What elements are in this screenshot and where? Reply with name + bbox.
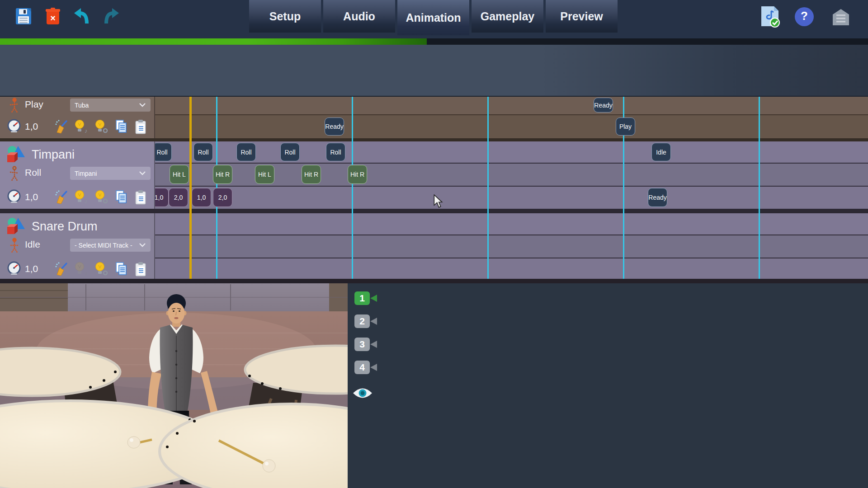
timeline-block-roll[interactable]: Roll — [280, 143, 300, 161]
timpani-player-scene — [0, 283, 348, 488]
bulb-note-icon-disabled: ♪ — [74, 262, 88, 276]
timpani-speed-value: 1,0 — [25, 192, 38, 202]
bulb-circle-icon[interactable] — [94, 119, 108, 134]
timpani-anim-row: Roll Timpani — [0, 164, 155, 184]
tuba-midi-dropdown[interactable]: Tuba — [70, 99, 151, 112]
track-list-panel: Play Tuba 1,0 — [0, 97, 155, 279]
3d-shapes-icon — [5, 217, 26, 236]
timeline-block-hit-l[interactable]: Hit L — [170, 165, 189, 184]
timeline-grid: ReadyReadyPlayRollRollRollRollRollIdleHi… — [155, 97, 868, 279]
copy-icon[interactable] — [114, 119, 129, 134]
timeline-block-roll[interactable]: Roll — [236, 143, 256, 161]
svg-text:♪: ♪ — [85, 127, 88, 134]
stickfigure-icon — [8, 237, 21, 254]
snare-title: Snare Drum — [32, 220, 98, 234]
paste-icon[interactable] — [134, 190, 148, 205]
beat-grid-line — [759, 97, 760, 279]
timeline-block-roll[interactable]: Roll — [155, 143, 172, 161]
track-section-tuba: Play Tuba 1,0 — [0, 97, 155, 138]
camera-button[interactable]: 2 — [354, 314, 370, 328]
music-file-check-icon[interactable] — [760, 5, 780, 28]
snare-midi-dropdown[interactable]: - Select MIDI Track - — [70, 239, 151, 252]
tab[interactable]: Audio — [323, 0, 395, 33]
stickfigure-icon — [8, 165, 21, 183]
gauge-icon — [6, 261, 22, 276]
delete-icon[interactable]: × — [45, 7, 61, 25]
redo-icon[interactable] — [104, 7, 120, 25]
character-3d-viewport[interactable] — [0, 283, 348, 488]
mouse-cursor — [433, 194, 443, 208]
tab[interactable]: Preview — [546, 0, 618, 33]
copy-icon[interactable] — [114, 262, 129, 276]
timpani-midi-dropdown[interactable]: Timpani — [70, 167, 151, 180]
timeline-block-ready[interactable]: Ready — [594, 98, 613, 113]
timeline-block-hit-r[interactable]: Hit R — [348, 165, 367, 184]
camera-button[interactable]: 4 — [354, 361, 370, 374]
timeline-block-hit-r[interactable]: Hit R — [302, 165, 321, 184]
snare-anim-row: Idle - Select MIDI Track - — [0, 235, 155, 256]
camera-buttons: 1234 — [354, 291, 370, 374]
timeline-block-play[interactable]: Play — [616, 117, 635, 136]
paste-icon[interactable] — [134, 119, 148, 135]
svg-text:?: ? — [801, 9, 808, 23]
broom-icon[interactable] — [54, 190, 69, 204]
timeline-block-ready[interactable]: Ready — [325, 117, 344, 136]
gauge-icon — [6, 118, 22, 134]
svg-text:♪: ♪ — [85, 198, 88, 204]
timeline-block-2-0[interactable]: 2,0 — [169, 188, 188, 207]
svg-text:♪: ♪ — [85, 270, 88, 276]
chevron-down-icon — [139, 171, 146, 176]
beat-grid-line — [352, 97, 353, 279]
gauge-icon — [6, 189, 22, 204]
tuba-anim-row: Play Tuba — [0, 97, 155, 114]
eye-icon[interactable] — [352, 386, 373, 400]
snare-speed-row: 1,0 ♪ — [0, 260, 155, 278]
tab[interactable]: Gameplay — [472, 0, 543, 33]
timeline-block-ready[interactable]: Ready — [648, 188, 667, 207]
timpani-header: Timpani — [5, 145, 75, 164]
bulb-circle-icon[interactable] — [94, 190, 108, 204]
timeline-block-hit-l[interactable]: Hit L — [255, 165, 274, 184]
undo-icon[interactable] — [73, 7, 90, 25]
save-icon[interactable] — [15, 7, 32, 25]
load-progress-bar — [0, 38, 868, 45]
timpani-title: Timpani — [32, 148, 75, 162]
timeline-block-2-0[interactable]: 2,0 — [213, 188, 232, 207]
tab[interactable]: Animation — [397, 0, 469, 35]
timeline-block-hit-r[interactable]: Hit R — [213, 165, 232, 184]
bulb-note-icon[interactable]: ♪ — [74, 190, 88, 204]
broom-icon[interactable] — [54, 119, 69, 134]
svg-text:×: × — [50, 13, 56, 23]
tuba-speed-value: 1,0 — [25, 121, 38, 132]
tuba-anim-state: Play — [25, 99, 43, 110]
copy-icon[interactable] — [114, 190, 129, 204]
sequencer-app: × SetupAudioAnimationGameplayPreview ? — [0, 0, 868, 488]
camera-button[interactable]: 3 — [354, 338, 370, 351]
timeline-block-roll[interactable]: Roll — [193, 143, 213, 161]
playhead[interactable] — [189, 97, 192, 279]
bulb-note-icon[interactable]: ♪ — [74, 119, 88, 134]
timeline-block-roll[interactable]: Roll — [326, 143, 345, 161]
transport-bar: Beats 0081.3 Time 02:21:580 BPM ♩ = 104 … — [0, 45, 868, 97]
home-icon[interactable] — [831, 7, 851, 27]
help-icon[interactable]: ? — [794, 6, 815, 27]
camera-button[interactable]: 1 — [354, 291, 370, 305]
tab[interactable]: Setup — [249, 0, 321, 33]
snare-speed-value: 1,0 — [25, 263, 38, 274]
3d-shapes-icon — [5, 145, 26, 164]
broom-icon[interactable] — [54, 262, 69, 276]
main-tabs: SetupAudioAnimationGameplayPreview — [249, 0, 618, 33]
snare-header: Snare Drum — [5, 217, 98, 236]
timpani-speed-row: 1,0 ♪ — [0, 188, 155, 206]
timeline-block-1-0[interactable]: 1,0 — [192, 188, 211, 207]
timeline-block-idle[interactable]: Idle — [651, 143, 671, 161]
timeline: Play Tuba 1,0 — [0, 97, 868, 283]
snare-anim-state: Idle — [25, 239, 40, 250]
paste-icon[interactable] — [134, 262, 148, 277]
load-progress-fill — [0, 38, 427, 45]
track-section-timpani: Timpani Roll Timpani — [0, 141, 155, 209]
bulb-circle-icon[interactable] — [94, 262, 108, 276]
timpani-anim-state: Roll — [25, 167, 41, 178]
chevron-down-icon — [139, 103, 146, 108]
timeline-block-1-0[interactable]: 1,0 — [155, 188, 169, 207]
